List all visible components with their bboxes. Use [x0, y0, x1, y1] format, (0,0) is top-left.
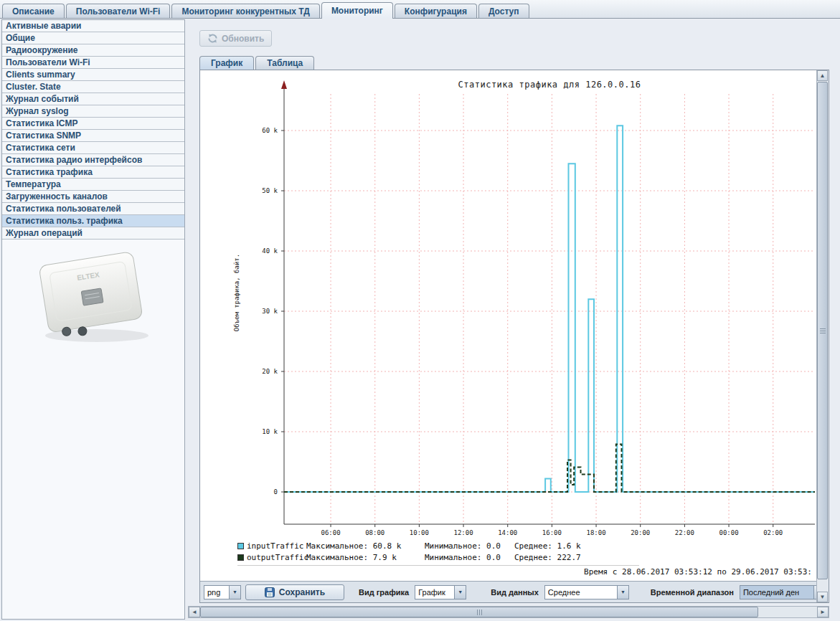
main-content: Обновить ГрафикТаблица 06:0008:0010:0012… [188, 19, 840, 621]
top-tab-bar: ОписаниеПользователи Wi-FiМониторинг кон… [0, 0, 840, 19]
chart-scroll-viewport: 06:0008:0010:0012:0014:0016:0018:0020:00… [200, 70, 816, 581]
svg-text:22:00: 22:00 [675, 529, 694, 536]
view-tab-1[interactable]: Таблица [255, 56, 314, 70]
scroll-up-button[interactable] [817, 70, 828, 81]
export-format-value: png [204, 586, 229, 599]
svg-text:00:00: 00:00 [719, 529, 739, 536]
refresh-button-label: Обновить [222, 34, 264, 44]
time-span-value: Последний ден [740, 586, 813, 599]
save-floppy-icon [265, 587, 275, 597]
legend-row-output: outputTraffic Максимальное: 7.9 k Минима… [237, 551, 639, 563]
legend-avg-value: Среднее: 222.7 [514, 553, 581, 562]
vertical-scrollbar[interactable] [816, 70, 829, 602]
scroll-left-button[interactable] [189, 607, 200, 617]
vertical-scrollbar-thumb[interactable] [817, 82, 828, 579]
refresh-button[interactable]: Обновить [199, 30, 272, 47]
top-tab-0[interactable]: Описание [2, 4, 65, 18]
legend-row-input: inputTraffic Максимальное: 60.8 k Минима… [237, 540, 639, 551]
sidebar-item-17[interactable]: Журнал операций [2, 227, 184, 240]
sidebar-item-1[interactable]: Общие [2, 32, 184, 44]
svg-text:14:00: 14:00 [498, 529, 517, 536]
output-traffic-swatch [237, 554, 244, 561]
legend-min-value: Минимальное: 0.0 [425, 541, 514, 551]
view-tab-bar: ГрафикТаблица [199, 56, 314, 70]
refresh-icon [207, 33, 218, 44]
svg-text:0: 0 [274, 488, 278, 496]
chevron-down-icon[interactable] [229, 586, 240, 599]
legend-min-value: Минимальное: 0.0 [425, 553, 514, 562]
svg-text:16:00: 16:00 [542, 529, 562, 536]
sidebar-item-6[interactable]: Журнал событий [2, 93, 184, 105]
export-format-combo[interactable]: png [204, 585, 241, 599]
scroll-right-button[interactable] [817, 607, 829, 617]
sidebar-item-2[interactable]: Радиоокружение [2, 44, 184, 57]
horizontal-scrollbar-track[interactable] [200, 607, 817, 617]
time-span-label: Временной диапазон [651, 588, 734, 597]
sidebar: Активные аварииОбщиеРадиоокружениеПользо… [1, 19, 185, 620]
svg-text:06:00: 06:00 [321, 529, 341, 536]
sidebar-item-3[interactable]: Пользователи Wi-Fi [2, 57, 184, 69]
legend-series-name: outputTraffic [247, 553, 306, 562]
legend-series-name: inputTraffic [247, 541, 306, 551]
legend-avg-value: Среднее: 1.6 k [514, 541, 581, 551]
svg-text:Статистика трафика для 126.0.0: Статистика трафика для 126.0.0.16 [458, 80, 641, 90]
export-controls-bar: png Сохранить Вид графика [200, 581, 816, 602]
svg-text:20:00: 20:00 [631, 529, 650, 536]
sidebar-item-12[interactable]: Статистика трафика [2, 166, 184, 179]
svg-text:20 k: 20 k [262, 368, 278, 375]
svg-text:40 k: 40 k [262, 247, 278, 255]
chart-kind-value: График [415, 586, 454, 599]
chart-legend: inputTraffic Максимальное: 60.8 k Минима… [237, 540, 639, 566]
top-tab-2[interactable]: Мониторинг конкурентных ТД [171, 4, 319, 18]
scroll-down-button[interactable] [817, 592, 828, 602]
sidebar-item-10[interactable]: Статистика сети [2, 142, 184, 154]
sidebar-item-16[interactable]: Статистика польз. трафика [2, 215, 184, 227]
sidebar-item-0[interactable]: Активные аварии [2, 20, 184, 32]
sidebar-item-9[interactable]: Статистика SNMP [2, 130, 184, 142]
legend-max-value: Максимальное: 7.9 k [306, 553, 425, 562]
save-button-label: Сохранить [279, 587, 325, 597]
sidebar-item-11[interactable]: Статистика радио интерфейсов [2, 154, 184, 166]
chart-kind-label: Вид графика [359, 588, 409, 597]
sidebar-item-7[interactable]: Журнал syslog [2, 105, 184, 118]
input-traffic-swatch [237, 543, 244, 549]
chart-panel: 06:0008:0010:0012:0014:0016:0018:0020:00… [199, 70, 829, 603]
svg-text:02:00: 02:00 [763, 529, 783, 536]
sidebar-item-4[interactable]: Clients summary [2, 69, 184, 81]
svg-text:18:00: 18:00 [587, 529, 606, 536]
top-tab-1[interactable]: Пользователи Wi-Fi [66, 4, 171, 18]
app-window: ОписаниеПользователи Wi-FiМониторинг кон… [0, 0, 840, 621]
top-tab-3[interactable]: Мониторинг [321, 2, 393, 19]
top-tab-4[interactable]: Конфигурация [395, 4, 477, 18]
horizontal-scrollbar[interactable] [188, 606, 829, 618]
traffic-chart: 06:0008:0010:0012:0014:0016:0018:0020:00… [200, 70, 816, 536]
sidebar-item-13[interactable]: Температура [2, 179, 184, 191]
legend-max-value: Максимальное: 60.8 k [306, 541, 425, 551]
data-kind-value: Среднее [545, 586, 617, 599]
svg-text:10 k: 10 k [262, 428, 278, 435]
chart-kind-combo[interactable]: График [415, 585, 466, 599]
access-point-image: ELTEX [2, 247, 184, 344]
data-kind-label: Вид данных [491, 588, 539, 597]
svg-text:60 k: 60 k [262, 127, 278, 134]
sidebar-item-5[interactable]: Cluster. State [2, 81, 184, 93]
sidebar-item-15[interactable]: Статистика пользователей [2, 203, 184, 215]
sidebar-item-8[interactable]: Статистика ICMP [2, 118, 184, 130]
chevron-down-icon[interactable] [617, 586, 628, 599]
svg-text:08:00: 08:00 [365, 529, 384, 536]
svg-text:10:00: 10:00 [410, 529, 429, 536]
svg-text:Объем трафика, байт.: Объем трафика, байт. [233, 254, 240, 331]
time-range-text: Время с 28.06.2017 03:53:12 по 29.06.201… [584, 567, 812, 577]
horizontal-scrollbar-thumb[interactable] [200, 607, 758, 617]
data-kind-combo[interactable]: Среднее [544, 585, 629, 599]
save-button[interactable]: Сохранить [245, 584, 344, 600]
chevron-down-icon[interactable] [454, 586, 466, 599]
svg-text:30 k: 30 k [262, 308, 278, 315]
view-tab-0[interactable]: График [199, 56, 254, 70]
svg-text:50 k: 50 k [262, 187, 278, 194]
time-span-combo[interactable]: Последний ден [740, 585, 816, 599]
sidebar-item-14[interactable]: Загруженность каналов [2, 191, 184, 203]
svg-text:12:00: 12:00 [454, 529, 473, 536]
top-tab-5[interactable]: Доступ [478, 4, 529, 18]
sidebar-menu: Активные аварииОбщиеРадиоокружениеПользо… [2, 20, 184, 240]
